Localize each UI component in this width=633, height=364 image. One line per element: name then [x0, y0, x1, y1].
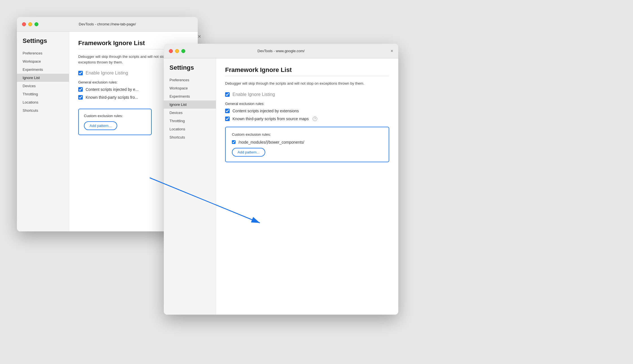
sidebar-item-preferences-1[interactable]: Preferences: [17, 49, 69, 57]
close-traffic-light-2[interactable]: [169, 49, 173, 53]
close-button-2[interactable]: ×: [391, 49, 393, 53]
sidebar-item-throttling-1[interactable]: Throttling: [17, 90, 69, 98]
enable-ignore-listing-label-2: Enable Ignore Listing: [232, 92, 275, 97]
content-scripts-label-1: Content scripts injected by e...: [86, 87, 139, 92]
titlebar-1: DevTools - chrome://new-tab-page/: [17, 17, 198, 32]
third-party-scripts-label-2: Known third-party scripts from source ma…: [232, 117, 309, 121]
enable-ignore-listing-checkbox-1[interactable]: [78, 71, 83, 75]
maximize-traffic-light-2[interactable]: [181, 49, 185, 53]
main-content-2: Framework Ignore List Debugger will skip…: [216, 58, 398, 315]
third-party-scripts-checkbox-1[interactable]: [78, 95, 83, 100]
content-scripts-row-2: Content scripts injected by extensions: [225, 109, 389, 113]
third-party-scripts-row-2: Known third-party scripts from source ma…: [225, 117, 389, 121]
maximize-traffic-light[interactable]: [34, 22, 38, 26]
devtools-content-2: Settings Preferences Workspace Experimen…: [164, 58, 398, 315]
sidebar-item-locations-1[interactable]: Locations: [17, 98, 69, 106]
third-party-scripts-label-1: Known third-party scripts fro...: [86, 95, 138, 100]
close-button-1[interactable]: ×: [198, 33, 201, 40]
close-traffic-light[interactable]: [22, 22, 26, 26]
content-scripts-label-2: Content scripts injected by extensions: [232, 109, 299, 113]
sidebar-title-1: Settings: [17, 37, 69, 49]
enable-ignore-listing-row-2: Enable Ignore Listing: [225, 92, 389, 97]
custom-exclusion-item-2: /node_modules/|/bower_components/: [232, 140, 382, 144]
section-desc-2: Debugger will skip through the scripts a…: [225, 81, 389, 86]
sidebar-item-experiments-2[interactable]: Experiments: [164, 92, 216, 100]
sidebar-item-ignorelist-1[interactable]: Ignore List: [17, 74, 69, 82]
window-title-2: DevTools - www.google.com/: [258, 49, 305, 53]
enable-ignore-listing-label-1: Enable Ignore Listing: [86, 71, 128, 76]
section-divider-2: [225, 76, 389, 76]
enable-ignore-listing-checkbox-2[interactable]: [225, 92, 230, 97]
add-pattern-button-2[interactable]: Add pattern...: [232, 148, 265, 157]
window-title-1: DevTools - chrome://new-tab-page/: [79, 22, 136, 26]
general-exclusion-title-2: General exclusion rules:: [225, 102, 389, 106]
sidebar-item-ignorelist-2[interactable]: Ignore List: [164, 100, 216, 109]
sidebar-item-preferences-2[interactable]: Preferences: [164, 76, 216, 84]
third-party-scripts-checkbox-2[interactable]: [225, 117, 230, 121]
traffic-lights-2: [169, 49, 185, 53]
sidebar-2: Settings Preferences Workspace Experimen…: [164, 58, 216, 315]
custom-exclusion-value-2: /node_modules/|/bower_components/: [238, 140, 304, 144]
sidebar-item-shortcuts-1[interactable]: Shortcuts: [17, 106, 69, 115]
custom-exclusion-checkbox-2[interactable]: [232, 140, 236, 144]
sidebar-item-workspace-1[interactable]: Workspace: [17, 57, 69, 65]
traffic-lights-1: [22, 22, 38, 26]
sidebar-title-2: Settings: [164, 64, 216, 76]
titlebar-2: DevTools - www.google.com/ ×: [164, 44, 398, 58]
content-scripts-checkbox-1[interactable]: [78, 87, 83, 92]
minimize-traffic-light-2[interactable]: [175, 49, 179, 53]
sidebar-item-shortcuts-2[interactable]: Shortcuts: [164, 133, 216, 141]
custom-exclusion-title-2: Custom exclusion rules:: [232, 132, 382, 137]
sidebar-item-devices-1[interactable]: Devices: [17, 82, 69, 90]
content-scripts-checkbox-2[interactable]: [225, 109, 230, 113]
sidebar-1: Settings Preferences Workspace Experimen…: [17, 32, 69, 231]
help-icon-2: ?: [313, 117, 317, 121]
custom-exclusion-box-1: Custom exclusion rules: Add pattern...: [78, 109, 152, 135]
add-pattern-button-1[interactable]: Add pattern...: [84, 121, 117, 130]
minimize-traffic-light[interactable]: [28, 22, 32, 26]
devtools-window-2: DevTools - www.google.com/ × Settings Pr…: [164, 44, 398, 315]
sidebar-item-workspace-2[interactable]: Workspace: [164, 84, 216, 92]
section-title-2: Framework Ignore List: [225, 66, 389, 74]
sidebar-item-experiments-1[interactable]: Experiments: [17, 65, 69, 74]
sidebar-item-throttling-2[interactable]: Throttling: [164, 117, 216, 125]
sidebar-item-devices-2[interactable]: Devices: [164, 109, 216, 117]
sidebar-item-locations-2[interactable]: Locations: [164, 125, 216, 133]
custom-exclusion-box-2: Custom exclusion rules: /node_modules/|/…: [225, 127, 389, 162]
custom-exclusion-title-1: Custom exclusion rules:: [84, 114, 146, 118]
